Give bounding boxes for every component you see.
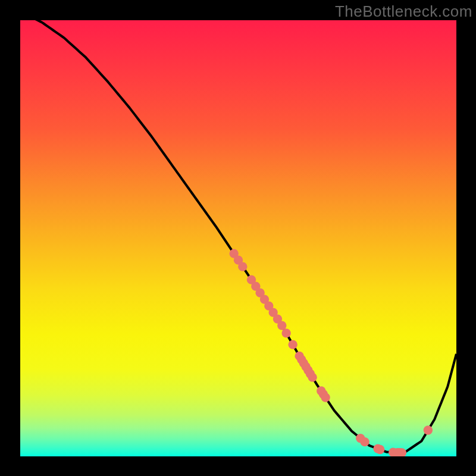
curve-line [20, 20, 456, 453]
watermark-text: TheBottleneck.com [335, 2, 472, 21]
data-dot [360, 437, 369, 446]
data-dot [424, 425, 433, 434]
chart-frame: TheBottleneck.com [0, 0, 476, 476]
data-dot [238, 262, 247, 271]
data-dot [281, 328, 290, 337]
data-dot [321, 393, 330, 402]
data-dot [375, 445, 384, 454]
data-dot [308, 372, 317, 381]
data-dots [229, 249, 433, 456]
curve-overlay [20, 20, 456, 456]
plot-area [20, 20, 456, 456]
data-dot [288, 340, 297, 349]
